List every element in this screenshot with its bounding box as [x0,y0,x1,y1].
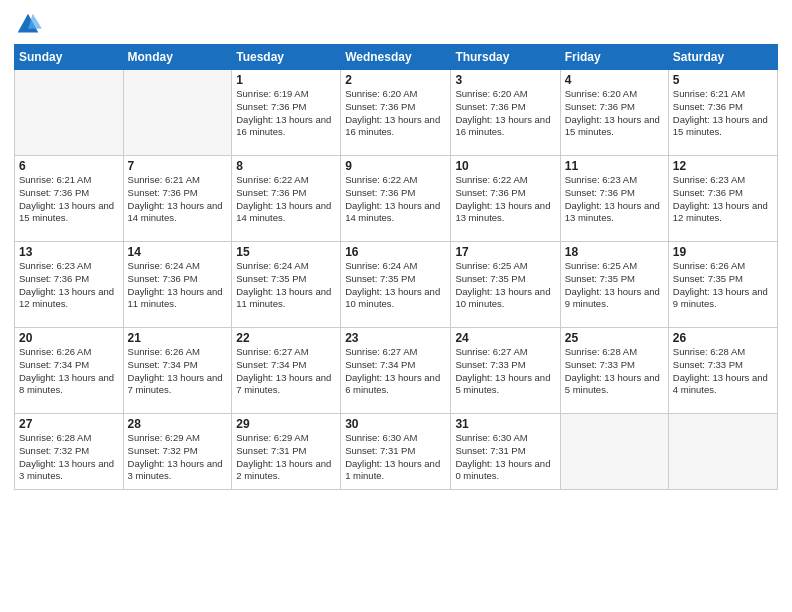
calendar-week-4: 20Sunrise: 6:26 AM Sunset: 7:34 PM Dayli… [15,328,778,414]
day-info: Sunrise: 6:28 AM Sunset: 7:33 PM Dayligh… [673,346,773,397]
day-number: 12 [673,159,773,173]
calendar-cell-10: 10Sunrise: 6:22 AM Sunset: 7:36 PM Dayli… [451,156,560,242]
day-number: 5 [673,73,773,87]
day-number: 24 [455,331,555,345]
day-info: Sunrise: 6:29 AM Sunset: 7:32 PM Dayligh… [128,432,228,483]
day-info: Sunrise: 6:22 AM Sunset: 7:36 PM Dayligh… [455,174,555,225]
day-info: Sunrise: 6:26 AM Sunset: 7:34 PM Dayligh… [19,346,119,397]
day-info: Sunrise: 6:21 AM Sunset: 7:36 PM Dayligh… [128,174,228,225]
day-number: 31 [455,417,555,431]
calendar-header-friday: Friday [560,45,668,70]
day-info: Sunrise: 6:20 AM Sunset: 7:36 PM Dayligh… [565,88,664,139]
calendar-cell-14: 14Sunrise: 6:24 AM Sunset: 7:36 PM Dayli… [123,242,232,328]
day-number: 20 [19,331,119,345]
day-info: Sunrise: 6:21 AM Sunset: 7:36 PM Dayligh… [19,174,119,225]
day-number: 21 [128,331,228,345]
calendar-cell-17: 17Sunrise: 6:25 AM Sunset: 7:35 PM Dayli… [451,242,560,328]
calendar-header-tuesday: Tuesday [232,45,341,70]
day-number: 4 [565,73,664,87]
day-number: 8 [236,159,336,173]
day-info: Sunrise: 6:28 AM Sunset: 7:33 PM Dayligh… [565,346,664,397]
day-number: 18 [565,245,664,259]
logo-icon [14,10,42,38]
calendar-cell-empty [560,414,668,490]
calendar-cell-24: 24Sunrise: 6:27 AM Sunset: 7:33 PM Dayli… [451,328,560,414]
calendar-header-row: SundayMondayTuesdayWednesdayThursdayFrid… [15,45,778,70]
calendar-cell-27: 27Sunrise: 6:28 AM Sunset: 7:32 PM Dayli… [15,414,124,490]
calendar-cell-empty [668,414,777,490]
day-number: 14 [128,245,228,259]
day-number: 2 [345,73,446,87]
day-number: 11 [565,159,664,173]
page: SundayMondayTuesdayWednesdayThursdayFrid… [0,0,792,612]
calendar-cell-6: 6Sunrise: 6:21 AM Sunset: 7:36 PM Daylig… [15,156,124,242]
day-number: 26 [673,331,773,345]
logo [14,10,46,38]
day-number: 30 [345,417,446,431]
day-info: Sunrise: 6:26 AM Sunset: 7:35 PM Dayligh… [673,260,773,311]
calendar-cell-30: 30Sunrise: 6:30 AM Sunset: 7:31 PM Dayli… [341,414,451,490]
day-info: Sunrise: 6:19 AM Sunset: 7:36 PM Dayligh… [236,88,336,139]
day-info: Sunrise: 6:27 AM Sunset: 7:34 PM Dayligh… [345,346,446,397]
calendar-cell-19: 19Sunrise: 6:26 AM Sunset: 7:35 PM Dayli… [668,242,777,328]
calendar-cell-31: 31Sunrise: 6:30 AM Sunset: 7:31 PM Dayli… [451,414,560,490]
calendar-week-2: 6Sunrise: 6:21 AM Sunset: 7:36 PM Daylig… [15,156,778,242]
day-number: 15 [236,245,336,259]
calendar-cell-5: 5Sunrise: 6:21 AM Sunset: 7:36 PM Daylig… [668,70,777,156]
day-number: 19 [673,245,773,259]
calendar-cell-9: 9Sunrise: 6:22 AM Sunset: 7:36 PM Daylig… [341,156,451,242]
calendar-cell-12: 12Sunrise: 6:23 AM Sunset: 7:36 PM Dayli… [668,156,777,242]
day-info: Sunrise: 6:23 AM Sunset: 7:36 PM Dayligh… [673,174,773,225]
calendar-header-thursday: Thursday [451,45,560,70]
day-number: 6 [19,159,119,173]
calendar-cell-13: 13Sunrise: 6:23 AM Sunset: 7:36 PM Dayli… [15,242,124,328]
calendar-cell-16: 16Sunrise: 6:24 AM Sunset: 7:35 PM Dayli… [341,242,451,328]
day-info: Sunrise: 6:22 AM Sunset: 7:36 PM Dayligh… [345,174,446,225]
day-number: 9 [345,159,446,173]
calendar-week-5: 27Sunrise: 6:28 AM Sunset: 7:32 PM Dayli… [15,414,778,490]
day-number: 7 [128,159,228,173]
calendar-cell-29: 29Sunrise: 6:29 AM Sunset: 7:31 PM Dayli… [232,414,341,490]
day-number: 10 [455,159,555,173]
day-number: 17 [455,245,555,259]
calendar-cell-4: 4Sunrise: 6:20 AM Sunset: 7:36 PM Daylig… [560,70,668,156]
day-number: 28 [128,417,228,431]
calendar-cell-empty [15,70,124,156]
calendar-cell-21: 21Sunrise: 6:26 AM Sunset: 7:34 PM Dayli… [123,328,232,414]
day-number: 13 [19,245,119,259]
day-info: Sunrise: 6:30 AM Sunset: 7:31 PM Dayligh… [455,432,555,483]
calendar-cell-20: 20Sunrise: 6:26 AM Sunset: 7:34 PM Dayli… [15,328,124,414]
calendar-header-saturday: Saturday [668,45,777,70]
day-info: Sunrise: 6:29 AM Sunset: 7:31 PM Dayligh… [236,432,336,483]
day-info: Sunrise: 6:26 AM Sunset: 7:34 PM Dayligh… [128,346,228,397]
day-number: 23 [345,331,446,345]
calendar-week-1: 1Sunrise: 6:19 AM Sunset: 7:36 PM Daylig… [15,70,778,156]
calendar-week-3: 13Sunrise: 6:23 AM Sunset: 7:36 PM Dayli… [15,242,778,328]
day-info: Sunrise: 6:23 AM Sunset: 7:36 PM Dayligh… [565,174,664,225]
calendar-cell-26: 26Sunrise: 6:28 AM Sunset: 7:33 PM Dayli… [668,328,777,414]
day-info: Sunrise: 6:24 AM Sunset: 7:36 PM Dayligh… [128,260,228,311]
day-info: Sunrise: 6:22 AM Sunset: 7:36 PM Dayligh… [236,174,336,225]
day-info: Sunrise: 6:28 AM Sunset: 7:32 PM Dayligh… [19,432,119,483]
day-info: Sunrise: 6:20 AM Sunset: 7:36 PM Dayligh… [345,88,446,139]
calendar-cell-23: 23Sunrise: 6:27 AM Sunset: 7:34 PM Dayli… [341,328,451,414]
calendar-header-wednesday: Wednesday [341,45,451,70]
calendar-header-sunday: Sunday [15,45,124,70]
day-info: Sunrise: 6:20 AM Sunset: 7:36 PM Dayligh… [455,88,555,139]
day-number: 29 [236,417,336,431]
calendar-cell-2: 2Sunrise: 6:20 AM Sunset: 7:36 PM Daylig… [341,70,451,156]
header [14,10,778,38]
calendar-cell-1: 1Sunrise: 6:19 AM Sunset: 7:36 PM Daylig… [232,70,341,156]
calendar-cell-22: 22Sunrise: 6:27 AM Sunset: 7:34 PM Dayli… [232,328,341,414]
calendar-cell-7: 7Sunrise: 6:21 AM Sunset: 7:36 PM Daylig… [123,156,232,242]
calendar-cell-11: 11Sunrise: 6:23 AM Sunset: 7:36 PM Dayli… [560,156,668,242]
calendar-cell-28: 28Sunrise: 6:29 AM Sunset: 7:32 PM Dayli… [123,414,232,490]
day-info: Sunrise: 6:25 AM Sunset: 7:35 PM Dayligh… [565,260,664,311]
calendar-cell-3: 3Sunrise: 6:20 AM Sunset: 7:36 PM Daylig… [451,70,560,156]
calendar-cell-empty [123,70,232,156]
day-number: 16 [345,245,446,259]
day-number: 27 [19,417,119,431]
day-info: Sunrise: 6:24 AM Sunset: 7:35 PM Dayligh… [345,260,446,311]
calendar-cell-8: 8Sunrise: 6:22 AM Sunset: 7:36 PM Daylig… [232,156,341,242]
calendar-cell-18: 18Sunrise: 6:25 AM Sunset: 7:35 PM Dayli… [560,242,668,328]
